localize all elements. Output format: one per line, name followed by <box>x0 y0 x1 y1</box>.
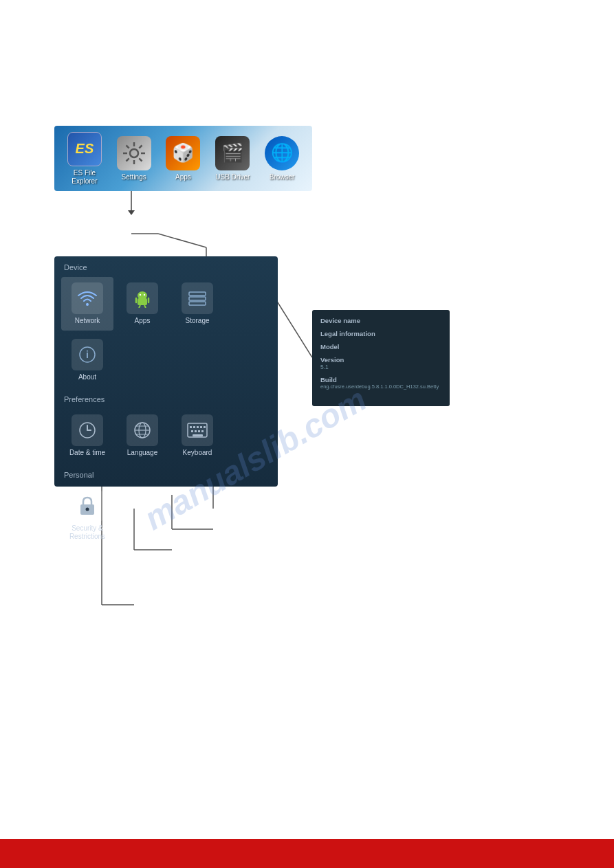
build-value: eng.cfusre.userdebug.5.8.1.1.0.0DC_H132.… <box>320 383 441 390</box>
svg-point-29 <box>144 294 145 296</box>
svg-rect-53 <box>198 430 200 432</box>
personal-icon-grid: Security & Restrictions <box>61 485 271 546</box>
svg-marker-1 <box>128 210 135 215</box>
svg-rect-49 <box>200 426 202 428</box>
svg-line-21 <box>139 145 142 148</box>
settings-item-apps[interactable]: Apps <box>116 277 168 331</box>
personal-section-label: Personal <box>61 471 271 479</box>
svg-rect-33 <box>189 297 206 300</box>
model-title: Model <box>320 343 441 350</box>
settings-item-about[interactable]: i About <box>61 333 113 387</box>
app-label-settings: Settings <box>122 173 146 181</box>
svg-rect-51 <box>191 430 193 432</box>
date-time-icon <box>72 414 103 446</box>
language-label: Language <box>127 449 158 457</box>
version-value: 5.1 <box>320 364 441 370</box>
network-label: Network <box>75 317 100 325</box>
app-item-browser[interactable]: 🌐 Browser <box>259 136 305 181</box>
settings-icon <box>117 136 151 170</box>
about-row-legal: Legal information <box>320 330 441 337</box>
about-label: About <box>78 373 96 381</box>
keyboard-label: Keyboard <box>183 449 212 457</box>
settings-item-security[interactable]: Security & Restrictions <box>61 485 113 546</box>
keyboard-icon <box>182 414 213 446</box>
network-icon <box>72 282 103 314</box>
svg-rect-48 <box>197 426 199 428</box>
android-apps-icon <box>127 282 158 314</box>
about-icon: i <box>72 339 103 370</box>
svg-rect-34 <box>189 302 206 305</box>
device-name-title: Device name <box>320 317 441 324</box>
storage-label: Storage <box>185 317 209 325</box>
device-section-label: Device <box>61 263 271 271</box>
about-panel: Device name Legal information Model Vers… <box>312 310 450 406</box>
about-row-build: Build eng.cfusre.userdebug.5.8.1.1.0.0DC… <box>320 376 441 390</box>
svg-rect-25 <box>138 298 147 305</box>
svg-line-19 <box>126 145 129 148</box>
app-label-browser: Browser <box>270 173 295 181</box>
settings-panel: Device Network <box>54 256 278 487</box>
svg-rect-46 <box>190 426 192 428</box>
app-bar: ES ES File Explorer Settings 🎲 Apps 🎬 US… <box>54 126 312 191</box>
build-title: Build <box>320 376 441 383</box>
svg-point-57 <box>86 508 89 511</box>
about-row-device-name: Device name <box>320 317 441 324</box>
settings-item-storage[interactable]: Storage <box>171 277 223 331</box>
settings-item-keyboard[interactable]: Keyboard <box>171 409 223 463</box>
svg-point-23 <box>86 303 89 306</box>
svg-rect-54 <box>201 430 204 432</box>
language-icon <box>127 414 158 446</box>
svg-rect-47 <box>193 426 195 428</box>
security-label: Security & Restrictions <box>69 524 105 541</box>
settings-item-date-time[interactable]: Date & time <box>61 409 113 463</box>
preferences-section-label: Preferences <box>61 395 271 403</box>
app-item-es-file-explorer[interactable]: ES ES File Explorer <box>61 132 108 186</box>
app-label-es-file-explorer: ES File Explorer <box>61 169 108 186</box>
svg-line-26 <box>139 305 140 308</box>
about-row-version: Version 5.1 <box>320 356 441 370</box>
es-file-explorer-icon: ES <box>67 132 102 166</box>
settings-item-language[interactable]: Language <box>116 409 168 463</box>
app-item-usb-driver[interactable]: 🎬 USB Driver <box>209 136 256 181</box>
storage-icon <box>182 282 213 314</box>
settings-item-network[interactable]: Network <box>61 277 113 331</box>
app-label-usb-driver: USB Driver <box>215 173 250 181</box>
svg-line-5 <box>276 300 312 357</box>
app-item-apps[interactable]: 🎲 Apps <box>160 136 206 181</box>
svg-line-20 <box>139 158 142 161</box>
bottom-bar <box>0 839 614 868</box>
apps-icon: 🎲 <box>166 136 200 170</box>
svg-rect-32 <box>189 292 206 296</box>
svg-line-27 <box>144 305 146 308</box>
app-item-settings[interactable]: Settings <box>111 136 157 181</box>
svg-rect-50 <box>204 426 206 428</box>
about-row-model: Model <box>320 343 441 350</box>
svg-point-28 <box>140 294 141 296</box>
svg-rect-52 <box>195 430 197 432</box>
legal-info-title: Legal information <box>320 330 441 337</box>
svg-point-14 <box>130 149 138 157</box>
svg-text:i: i <box>86 349 89 360</box>
svg-rect-55 <box>193 434 203 436</box>
security-icon <box>72 490 103 522</box>
app-label-apps: Apps <box>175 173 191 181</box>
device-icon-grid: Network Apps <box>61 277 271 387</box>
browser-icon: 🌐 <box>265 136 299 170</box>
version-title: Version <box>320 356 441 364</box>
usb-driver-icon: 🎬 <box>215 136 250 170</box>
apps-label: Apps <box>135 317 151 325</box>
preferences-icon-grid: Date & time Language <box>61 409 271 463</box>
date-time-label: Date & time <box>69 449 105 457</box>
svg-line-3 <box>158 234 206 247</box>
svg-line-22 <box>126 158 129 161</box>
